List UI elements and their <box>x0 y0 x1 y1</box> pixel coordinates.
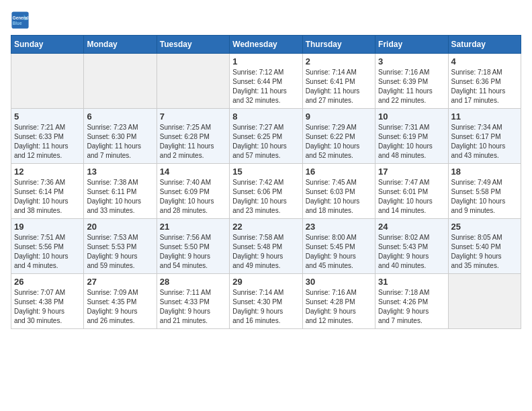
day-cell: 9Sunrise: 7:29 AM Sunset: 6:22 PM Daylig… <box>302 109 375 164</box>
day-number: 12 <box>14 167 81 177</box>
day-number: 2 <box>306 56 372 66</box>
day-cell: 18Sunrise: 7:49 AM Sunset: 5:58 PM Dayli… <box>448 164 521 219</box>
day-info: Sunrise: 7:49 AM Sunset: 5:58 PM Dayligh… <box>451 178 518 216</box>
day-number: 19 <box>14 222 81 232</box>
day-info: Sunrise: 7:09 AM Sunset: 4:35 PM Dayligh… <box>87 288 153 326</box>
day-info: Sunrise: 7:12 AM Sunset: 6:44 PM Dayligh… <box>232 68 299 105</box>
day-number: 17 <box>378 167 445 177</box>
day-number: 9 <box>306 111 372 122</box>
day-number: 14 <box>160 167 226 177</box>
day-info: Sunrise: 7:42 AM Sunset: 6:06 PM Dayligh… <box>232 178 299 216</box>
day-cell: 22Sunrise: 7:58 AM Sunset: 5:48 PM Dayli… <box>230 219 302 274</box>
header-cell-thursday: Thursday <box>302 36 375 54</box>
week-row-5: 26Sunrise: 7:07 AM Sunset: 4:38 PM Dayli… <box>11 274 521 329</box>
day-number: 30 <box>306 277 372 287</box>
svg-text:Blue: Blue <box>13 21 22 26</box>
day-cell: 5Sunrise: 7:21 AM Sunset: 6:33 PM Daylig… <box>11 109 84 164</box>
day-number: 23 <box>306 222 372 232</box>
day-cell <box>11 54 84 109</box>
day-cell: 1Sunrise: 7:12 AM Sunset: 6:44 PM Daylig… <box>230 54 302 109</box>
day-number: 3 <box>378 56 445 66</box>
day-number: 10 <box>378 111 445 122</box>
page-header: General Blue <box>11 11 521 30</box>
day-info: Sunrise: 8:02 AM Sunset: 5:43 PM Dayligh… <box>378 233 445 271</box>
day-cell <box>448 274 521 329</box>
day-number: 7 <box>160 111 226 122</box>
day-number: 31 <box>378 277 445 287</box>
day-info: Sunrise: 7:18 AM Sunset: 4:26 PM Dayligh… <box>378 288 445 326</box>
day-info: Sunrise: 7:16 AM Sunset: 4:28 PM Dayligh… <box>306 288 372 326</box>
day-cell: 11Sunrise: 7:34 AM Sunset: 6:17 PM Dayli… <box>448 109 521 164</box>
day-info: Sunrise: 7:36 AM Sunset: 6:14 PM Dayligh… <box>14 178 81 216</box>
day-cell: 17Sunrise: 7:47 AM Sunset: 6:01 PM Dayli… <box>375 164 448 219</box>
day-info: Sunrise: 8:00 AM Sunset: 5:45 PM Dayligh… <box>306 233 372 271</box>
week-row-3: 12Sunrise: 7:36 AM Sunset: 6:14 PM Dayli… <box>11 164 521 219</box>
day-info: Sunrise: 7:47 AM Sunset: 6:01 PM Dayligh… <box>378 178 445 216</box>
day-info: Sunrise: 7:38 AM Sunset: 6:11 PM Dayligh… <box>87 178 153 216</box>
day-number: 21 <box>160 222 226 232</box>
day-number: 8 <box>232 111 299 122</box>
day-cell: 8Sunrise: 7:27 AM Sunset: 6:25 PM Daylig… <box>230 109 302 164</box>
day-cell: 6Sunrise: 7:23 AM Sunset: 6:30 PM Daylig… <box>84 109 157 164</box>
logo: General Blue <box>11 11 30 30</box>
day-cell: 28Sunrise: 7:11 AM Sunset: 4:33 PM Dayli… <box>157 274 229 329</box>
day-info: Sunrise: 8:05 AM Sunset: 5:40 PM Dayligh… <box>451 233 518 271</box>
day-number: 27 <box>87 277 153 287</box>
day-cell: 16Sunrise: 7:45 AM Sunset: 6:03 PM Dayli… <box>302 164 375 219</box>
day-number: 25 <box>451 222 518 232</box>
day-cell: 2Sunrise: 7:14 AM Sunset: 6:41 PM Daylig… <box>302 54 375 109</box>
day-cell: 3Sunrise: 7:16 AM Sunset: 6:39 PM Daylig… <box>375 54 448 109</box>
day-cell: 14Sunrise: 7:40 AM Sunset: 6:09 PM Dayli… <box>157 164 229 219</box>
day-number: 29 <box>232 277 299 287</box>
day-number: 15 <box>232 167 299 177</box>
day-info: Sunrise: 7:27 AM Sunset: 6:25 PM Dayligh… <box>232 123 299 161</box>
day-cell: 27Sunrise: 7:09 AM Sunset: 4:35 PM Dayli… <box>84 274 157 329</box>
day-cell: 19Sunrise: 7:51 AM Sunset: 5:56 PM Dayli… <box>11 219 84 274</box>
day-info: Sunrise: 7:58 AM Sunset: 5:48 PM Dayligh… <box>232 233 299 271</box>
day-info: Sunrise: 7:40 AM Sunset: 6:09 PM Dayligh… <box>160 178 226 216</box>
day-info: Sunrise: 7:21 AM Sunset: 6:33 PM Dayligh… <box>14 123 81 161</box>
day-cell: 25Sunrise: 8:05 AM Sunset: 5:40 PM Dayli… <box>448 219 521 274</box>
day-info: Sunrise: 7:23 AM Sunset: 6:30 PM Dayligh… <box>87 123 153 161</box>
day-number: 13 <box>87 167 153 177</box>
day-cell: 15Sunrise: 7:42 AM Sunset: 6:06 PM Dayli… <box>230 164 302 219</box>
day-cell: 21Sunrise: 7:56 AM Sunset: 5:50 PM Dayli… <box>157 219 229 274</box>
day-info: Sunrise: 7:29 AM Sunset: 6:22 PM Dayligh… <box>306 123 372 161</box>
calendar-table: SundayMondayTuesdayWednesdayThursdayFrid… <box>11 35 521 329</box>
day-info: Sunrise: 7:11 AM Sunset: 4:33 PM Dayligh… <box>160 288 226 326</box>
day-number: 26 <box>14 277 81 287</box>
day-number: 5 <box>14 111 81 122</box>
day-cell: 26Sunrise: 7:07 AM Sunset: 4:38 PM Dayli… <box>11 274 84 329</box>
day-cell: 24Sunrise: 8:02 AM Sunset: 5:43 PM Dayli… <box>375 219 448 274</box>
header-cell-wednesday: Wednesday <box>230 36 302 54</box>
day-info: Sunrise: 7:45 AM Sunset: 6:03 PM Dayligh… <box>306 178 372 216</box>
day-info: Sunrise: 7:51 AM Sunset: 5:56 PM Dayligh… <box>14 233 81 271</box>
day-number: 16 <box>306 167 372 177</box>
header-cell-saturday: Saturday <box>448 36 521 54</box>
day-cell: 31Sunrise: 7:18 AM Sunset: 4:26 PM Dayli… <box>375 274 448 329</box>
day-cell: 4Sunrise: 7:18 AM Sunset: 6:36 PM Daylig… <box>448 54 521 109</box>
header-cell-monday: Monday <box>84 36 157 54</box>
day-info: Sunrise: 7:31 AM Sunset: 6:19 PM Dayligh… <box>378 123 445 161</box>
day-cell: 30Sunrise: 7:16 AM Sunset: 4:28 PM Dayli… <box>302 274 375 329</box>
day-cell: 7Sunrise: 7:25 AM Sunset: 6:28 PM Daylig… <box>157 109 229 164</box>
day-number: 28 <box>160 277 226 287</box>
day-cell: 23Sunrise: 8:00 AM Sunset: 5:45 PM Dayli… <box>302 219 375 274</box>
day-info: Sunrise: 7:16 AM Sunset: 6:39 PM Dayligh… <box>378 68 445 105</box>
day-info: Sunrise: 7:34 AM Sunset: 6:17 PM Dayligh… <box>451 123 518 161</box>
logo-icon: General Blue <box>11 11 30 30</box>
day-number: 1 <box>232 56 299 66</box>
day-cell <box>157 54 229 109</box>
day-info: Sunrise: 7:25 AM Sunset: 6:28 PM Dayligh… <box>160 123 226 161</box>
day-info: Sunrise: 7:18 AM Sunset: 6:36 PM Dayligh… <box>451 68 518 105</box>
day-number: 6 <box>87 111 153 122</box>
day-cell: 12Sunrise: 7:36 AM Sunset: 6:14 PM Dayli… <box>11 164 84 219</box>
day-cell <box>84 54 157 109</box>
svg-text:General: General <box>13 15 29 20</box>
calendar-body: 1Sunrise: 7:12 AM Sunset: 6:44 PM Daylig… <box>11 54 521 329</box>
day-info: Sunrise: 7:56 AM Sunset: 5:50 PM Dayligh… <box>160 233 226 271</box>
day-info: Sunrise: 7:14 AM Sunset: 4:30 PM Dayligh… <box>232 288 299 326</box>
header-cell-sunday: Sunday <box>11 36 84 54</box>
week-row-1: 1Sunrise: 7:12 AM Sunset: 6:44 PM Daylig… <box>11 54 521 109</box>
day-info: Sunrise: 7:53 AM Sunset: 5:53 PM Dayligh… <box>87 233 153 271</box>
